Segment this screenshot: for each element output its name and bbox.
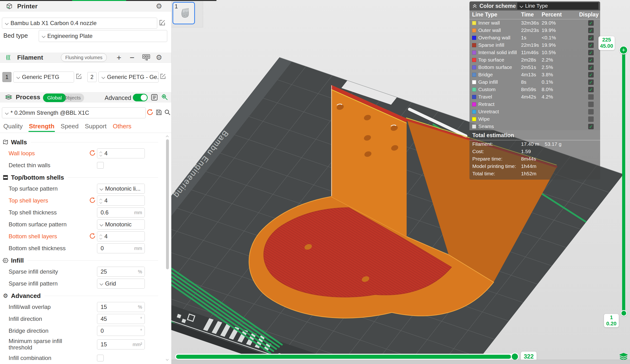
- chevron-down-icon: [5, 111, 9, 115]
- collapse-icon[interactable]: [472, 3, 478, 9]
- line-type-time: 8s: [521, 79, 526, 85]
- printer-settings-gear-icon[interactable]: ⚙: [156, 3, 162, 10]
- display-checkbox[interactable]: ✓: [588, 20, 594, 26]
- layer-range-slider[interactable]: [622, 51, 625, 312]
- checkbox-infill-combination[interactable]: [97, 355, 104, 361]
- advanced-toggle[interactable]: [133, 94, 148, 101]
- parameter-list-icon[interactable]: [150, 94, 158, 101]
- display-checkbox[interactable]: [588, 116, 594, 122]
- flushing-volumes-button[interactable]: Flushing volumes: [61, 53, 107, 62]
- display-checkbox[interactable]: ✓: [588, 42, 594, 48]
- input-bottom-shell-thickness[interactable]: 0mm: [97, 243, 145, 253]
- spinner-arrows[interactable]: [97, 234, 104, 239]
- bed-type-select[interactable]: Engineering Plate: [39, 30, 167, 42]
- filament-1-select[interactable]: Generic PETG: [14, 72, 74, 83]
- group-header-top-bottom-shells[interactable]: Top/bottom shells: [0, 172, 165, 183]
- spinner-top-shell-layers[interactable]: 4: [97, 195, 145, 206]
- scroll-down-icon[interactable]: [166, 358, 168, 361]
- display-checkbox[interactable]: ✓: [588, 57, 594, 63]
- divider: [68, 178, 158, 178]
- search-settings-icon[interactable]: [164, 109, 171, 116]
- input-bridge-direction[interactable]: 0°: [97, 326, 145, 336]
- spinner-arrows[interactable]: [97, 151, 104, 156]
- spinner-arrows[interactable]: [97, 198, 104, 203]
- save-preset-icon[interactable]: [155, 109, 162, 116]
- input-infill-wall-overlap[interactable]: 15%: [97, 302, 145, 312]
- setting-label: Infill/wall overlap: [8, 304, 85, 310]
- color-scheme-select[interactable]: Line Type: [517, 2, 598, 9]
- filament-1-edit-icon[interactable]: [76, 73, 82, 80]
- filament-settings-gear-icon[interactable]: ⚙: [156, 54, 162, 61]
- tab-support[interactable]: Support: [85, 123, 106, 131]
- spinner-wall-loops[interactable]: 4: [97, 148, 145, 158]
- ams-sync-icon[interactable]: [142, 54, 150, 61]
- combo-top-surface-pattern[interactable]: Monotonic li...: [97, 184, 145, 194]
- unit-label: %: [138, 269, 142, 275]
- color-swatch: [472, 73, 476, 77]
- filament-slot-2-index[interactable]: 2: [88, 72, 96, 82]
- group-header-walls[interactable]: Walls: [0, 137, 165, 147]
- step-slider-handle[interactable]: [511, 353, 519, 361]
- setting-row-sparse-infill-pattern: Sparse infill patternGrid: [0, 278, 165, 290]
- printer-edit-icon[interactable]: [159, 19, 166, 26]
- filament-2-edit-icon[interactable]: [160, 73, 166, 80]
- legend-row-bridge: Bridge4m13s3.8%✓: [470, 71, 600, 78]
- scope-global-button[interactable]: Global: [43, 94, 66, 102]
- scrollbar-thumb[interactable]: [166, 139, 169, 269]
- display-checkbox[interactable]: [588, 109, 594, 115]
- filament-2-select[interactable]: Generic PETG - Ge...: [98, 72, 159, 83]
- add-filament-button[interactable]: +: [116, 53, 121, 62]
- display-checkbox[interactable]: ✓: [588, 65, 594, 70]
- process-icon: [5, 93, 12, 101]
- spinner-bottom-shell-layers[interactable]: 4: [97, 231, 145, 241]
- setting-control-zone: 4: [89, 230, 145, 242]
- filament-1-value: Generic PETG: [22, 74, 59, 80]
- reset-preset-icon[interactable]: [146, 109, 154, 116]
- advanced-label: Advanced: [105, 94, 131, 101]
- layer-bottom-value: 1: [604, 314, 619, 321]
- display-checkbox[interactable]: ✓: [588, 28, 594, 33]
- display-checkbox[interactable]: [588, 102, 594, 107]
- filament-slot-1-index[interactable]: 1: [2, 72, 12, 82]
- display-checkbox[interactable]: ✓: [588, 79, 594, 85]
- chevron-down-icon: [16, 75, 20, 79]
- tab-others[interactable]: Others: [113, 123, 132, 131]
- revert-icon[interactable]: [89, 233, 96, 240]
- combo-sparse-infill-pattern[interactable]: Grid: [97, 279, 145, 289]
- line-type-time: 8m59s: [521, 87, 536, 92]
- group-header-advanced[interactable]: ⚙Advanced: [0, 291, 165, 301]
- bed-type-label: Bed type: [3, 32, 28, 39]
- scope-objects-button[interactable]: Objects: [64, 94, 81, 102]
- total-row-filament: Filament:17.40 m53.17 g: [470, 140, 600, 148]
- group-header-infill[interactable]: Infill: [0, 255, 165, 266]
- input-sparse-infill-density[interactable]: 25%: [97, 267, 145, 277]
- display-checkbox[interactable]: ✓: [588, 72, 594, 78]
- legend-row-seams: Seams✓: [470, 123, 600, 130]
- objects-settings-icon[interactable]: [161, 94, 169, 101]
- display-checkbox[interactable]: ✓: [588, 50, 594, 55]
- step-slider[interactable]: [175, 354, 518, 360]
- tab-quality[interactable]: Quality: [3, 123, 23, 131]
- input-infill-direction[interactable]: 45°: [97, 314, 145, 324]
- checkbox-detect-thin-walls[interactable]: [97, 162, 104, 169]
- revert-icon[interactable]: [89, 150, 96, 157]
- settings-scrollbar[interactable]: [165, 134, 170, 364]
- printer-preset-select[interactable]: Bambu Lab X1 Carbon 0.4 nozzle: [2, 18, 157, 29]
- scroll-up-icon[interactable]: [166, 136, 168, 138]
- layer-slider-top-handle[interactable]: +: [619, 46, 628, 54]
- tab-speed[interactable]: Speed: [61, 123, 78, 131]
- display-checkbox[interactable]: ✓: [588, 124, 594, 129]
- process-preset-select[interactable]: * 0.20mm Strength @BBL X1C: [2, 107, 146, 118]
- tab-strength[interactable]: Strength: [29, 123, 54, 131]
- input-minimum-sparse-infill-threshold[interactable]: 15mm²: [97, 340, 145, 350]
- line-type-time: 1s: [521, 35, 526, 40]
- remove-filament-button[interactable]: −: [130, 53, 134, 62]
- input-top-shell-thickness[interactable]: 0.6mm: [97, 207, 145, 217]
- layer-slider-bottom-handle[interactable]: [621, 310, 627, 316]
- display-checkbox[interactable]: ✓: [588, 87, 594, 92]
- display-checkbox[interactable]: ✓: [588, 35, 594, 40]
- color-swatch: [472, 102, 476, 106]
- display-checkbox[interactable]: [588, 94, 594, 100]
- combo-bottom-surface-pattern[interactable]: Monotonic: [97, 219, 145, 229]
- revert-icon[interactable]: [89, 197, 96, 204]
